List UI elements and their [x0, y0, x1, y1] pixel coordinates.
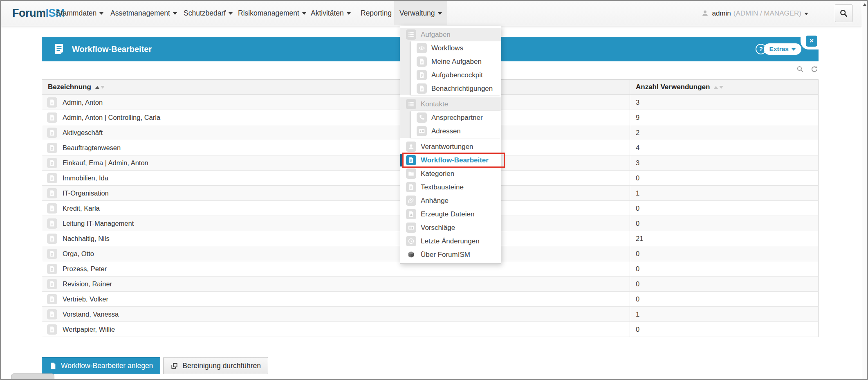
- cell-anzahl-verwendungen: 4: [630, 140, 818, 155]
- clone-icon: [170, 362, 178, 370]
- account-menu[interactable]: admin(ADMIN / MANAGER): [702, 1, 808, 26]
- menu-icon-tile: [406, 142, 416, 152]
- row-name: Vertrieb, Volker: [63, 295, 108, 303]
- cell-anzahl-verwendungen: 0: [630, 292, 818, 306]
- nav-item-label: Stammdaten: [56, 9, 96, 17]
- menu-icon-tile: [406, 223, 416, 233]
- document-icon: [48, 250, 56, 258]
- table-row[interactable]: Wertpapier, Willie0: [42, 322, 818, 337]
- table-row[interactable]: Vertrieb, Volker0: [42, 292, 818, 307]
- phone-icon: [418, 114, 426, 121]
- app-window: ForumISM StammdatenAssetmanagementSchutz…: [0, 0, 868, 380]
- document-icon: [48, 280, 56, 288]
- dropdown-item-erzeugte-dateien[interactable]: Erzeugte Dateien: [400, 207, 501, 221]
- file-icon: [407, 156, 415, 164]
- cell-bezeichnung: Beauftragtenwesen: [42, 140, 630, 155]
- row-name: Admin, Anton: [63, 99, 103, 106]
- dropdown-item-benachrichtigungen[interactable]: Benachrichtigungen: [411, 82, 501, 95]
- global-search-button[interactable]: [835, 4, 852, 22]
- refresh-icon[interactable]: [810, 65, 819, 73]
- nav-item-aktivitaeten[interactable]: Aktivitäten: [305, 1, 356, 25]
- row-name: Kredit, Karla: [63, 205, 100, 212]
- scrollbar-up-arrow-icon[interactable]: [863, 3, 866, 6]
- chevron-down-icon: [173, 12, 177, 15]
- dropdown-item-ansprechpartner[interactable]: Ansprechpartner: [411, 111, 501, 124]
- document-icon: [48, 265, 56, 273]
- dropdown-item-label: Aufgabencockpit: [431, 71, 483, 79]
- dropdown-item-vorschlaege[interactable]: Vorschläge: [400, 221, 501, 234]
- dropdown-item-aufgabencockpit[interactable]: Aufgabencockpit: [411, 68, 501, 82]
- row-name: Prozess, Peter: [63, 265, 107, 273]
- dropdown-item-anhaenge[interactable]: Anhänge: [400, 194, 501, 207]
- account-roles: (ADMIN / MANAGER): [733, 9, 801, 17]
- dropdown-item-label: Verantwortungen: [421, 143, 473, 151]
- create-workflow-bearbeiter-button[interactable]: Workflow-Bearbeiter anlegen: [42, 357, 160, 374]
- vertical-scrollbar[interactable]: [862, 1, 867, 379]
- column-label: Bezeichnung: [48, 83, 91, 91]
- nav-item-label: Reporting: [361, 9, 392, 17]
- dropdown-item-textbausteine[interactable]: Textbausteine: [400, 180, 501, 194]
- dropdown-item-letzte-aenderungen[interactable]: Letzte Änderungen: [400, 234, 501, 248]
- document-icon: [48, 295, 56, 303]
- dropdown-item-workflow-bearbeiter[interactable]: Workflow-Bearbeiter: [400, 153, 501, 167]
- table-row[interactable]: Vorstand, Vanessa1: [42, 307, 818, 322]
- footer-collapse-tab[interactable]: [11, 373, 54, 379]
- row-icon-tile: [47, 203, 57, 214]
- close-button[interactable]: ×: [806, 36, 817, 47]
- column-label: Anzahl Verwendungen: [636, 83, 710, 91]
- cell-bezeichnung: Immobilien, Ida: [42, 171, 630, 185]
- menu-icon-tile: [406, 99, 416, 109]
- row-name: Vorstand, Vanessa: [63, 310, 119, 318]
- workflow-bearbeiter-page-icon: [53, 43, 65, 55]
- row-icon-tile: [47, 173, 57, 183]
- nav-item-risikomanagement[interactable]: Risikomanagement: [233, 1, 312, 25]
- row-icon-tile: [47, 218, 57, 229]
- column-header-anzahl-verwendungen[interactable]: Anzahl Verwendungen: [630, 80, 818, 94]
- menu-icon-tile: [417, 43, 427, 53]
- dropdown-item-adressen[interactable]: Adressen: [411, 124, 501, 138]
- row-name: Wertpapier, Willie: [63, 326, 115, 333]
- dropdown-item-verantwortungen[interactable]: Verantwortungen: [400, 140, 501, 153]
- cell-anzahl-verwendungen: 3: [630, 95, 818, 110]
- nav-item-verwaltung[interactable]: Verwaltung: [394, 1, 447, 25]
- document-icon: [48, 99, 56, 106]
- row-icon-tile: [47, 249, 57, 259]
- nav-item-stammdaten[interactable]: Stammdaten: [51, 1, 109, 25]
- cleanup-button[interactable]: Bereinigung durchführen: [163, 357, 268, 374]
- row-icon-tile: [47, 234, 57, 244]
- row-name: Leitung IT-Management: [63, 220, 134, 227]
- dropdown-item-ueber-forumism[interactable]: Über ForumISM: [400, 248, 501, 261]
- row-name: Immobilien, Ida: [63, 174, 108, 182]
- verwaltung-dropdown-menu: AufgabenWorkflowsMeine AufgabenAufgabenc…: [400, 26, 501, 264]
- extras-button[interactable]: Extras: [764, 43, 801, 55]
- row-name: Admin, Anton | Controlling, Carla: [63, 114, 160, 121]
- menu-subpanel: WorkflowsMeine AufgabenAufgabencockpitBe…: [411, 41, 501, 95]
- row-name: Aktivgeschäft: [63, 129, 103, 137]
- new-document-icon: [49, 362, 57, 370]
- newspaper-icon: [407, 224, 415, 232]
- dropdown-item-label: Letzte Änderungen: [421, 237, 480, 245]
- row-icon-tile: [47, 294, 57, 304]
- sort-arrows: [714, 86, 723, 89]
- dropdown-item-workflows[interactable]: Workflows: [411, 41, 501, 55]
- row-name: Beauftragtenwesen: [63, 144, 121, 152]
- nav-item-schutzbedarf[interactable]: Schutzbedarf: [178, 1, 238, 25]
- row-icon-tile: [47, 158, 57, 168]
- menu-icon-tile: [406, 29, 416, 40]
- column-header-bezeichnung[interactable]: Bezeichnung: [42, 80, 630, 94]
- file-icon: [407, 183, 415, 191]
- chevron-down-icon: [99, 12, 103, 15]
- dropdown-item-label: Adressen: [431, 127, 461, 135]
- menu-icon-tile: [417, 83, 427, 94]
- menu-icon-tile: [417, 126, 427, 136]
- table-search-icon[interactable]: [796, 65, 804, 73]
- logo-part-forum: Forum: [12, 7, 46, 19]
- nav-item-assetmanagement[interactable]: Assetmanagement: [105, 1, 182, 25]
- cell-anzahl-verwendungen: 0: [630, 322, 818, 337]
- dropdown-item-meine-aufgaben[interactable]: Meine Aufgaben: [411, 55, 501, 68]
- table-row[interactable]: Revision, Rainer0: [42, 277, 818, 292]
- cell-bezeichnung: Vorstand, Vanessa: [42, 307, 630, 322]
- file-icon: [418, 58, 426, 65]
- dropdown-item-kategorien[interactable]: Kategorien: [400, 167, 501, 180]
- chevron-down-icon: [229, 12, 233, 15]
